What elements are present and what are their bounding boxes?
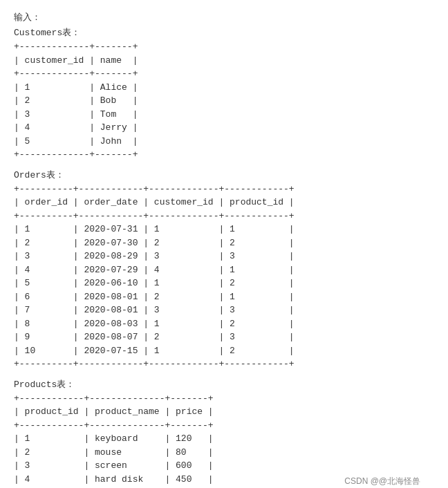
orders-table: +----------+------------+-------------+-… [14, 182, 434, 371]
customers-label: Customers表： [14, 26, 434, 39]
products-label: Products表： [14, 378, 434, 391]
watermark: CSDN @@北海怪兽 [344, 476, 420, 487]
input-label: 输入： [14, 11, 434, 24]
orders-label: Orders表： [14, 169, 434, 181]
page-wrapper: 输入： Customers表： +-------------+-------+ … [14, 11, 434, 488]
customers-table: +-------------+-------+ | customer_id | … [14, 40, 434, 162]
products-table: +------------+--------------+-------+ | … [14, 392, 434, 489]
